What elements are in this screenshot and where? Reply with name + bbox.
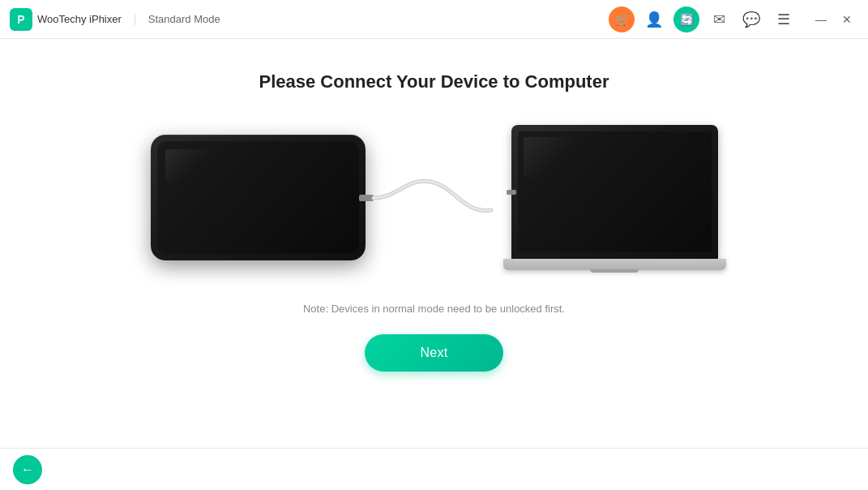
laptop-screen bbox=[511, 125, 718, 259]
next-button[interactable]: Next bbox=[365, 334, 502, 372]
cable-container bbox=[366, 165, 511, 230]
shop-button[interactable]: 🛒 bbox=[609, 6, 635, 32]
window-controls: — ✕ bbox=[810, 8, 858, 31]
minimize-button[interactable]: — bbox=[810, 8, 832, 31]
phone-device bbox=[151, 135, 366, 260]
laptop-base bbox=[503, 259, 726, 270]
mail-button[interactable]: ✉ bbox=[706, 6, 732, 32]
laptop-device bbox=[511, 125, 718, 270]
upgrade-button[interactable]: 🔄 bbox=[673, 6, 699, 32]
page-title: Please Connect Your Device to Computer bbox=[259, 71, 609, 92]
bottom-bar: ← bbox=[0, 448, 868, 490]
account-button[interactable]: 👤 bbox=[641, 6, 667, 32]
titlebar-actions: 🛒 👤 🔄 ✉ 💬 ☰ — ✕ bbox=[609, 6, 858, 32]
back-icon: ← bbox=[21, 462, 34, 477]
back-button[interactable]: ← bbox=[13, 455, 42, 484]
titlebar: P WooTechy iPhixer Standard Mode 🛒 👤 🔄 ✉… bbox=[0, 0, 868, 39]
laptop-connector bbox=[507, 190, 516, 195]
logo-icon: P bbox=[10, 8, 32, 31]
menu-button[interactable]: ☰ bbox=[771, 6, 797, 32]
main-content: Please Connect Your Device to Computer N… bbox=[0, 39, 868, 448]
note-text: Note: Devices in normal mode need to be … bbox=[303, 303, 565, 315]
device-illustration bbox=[151, 125, 718, 270]
usb-cable-icon bbox=[366, 165, 511, 230]
app-name: WooTechy iPhixer bbox=[37, 13, 122, 25]
app-logo: P WooTechy iPhixer bbox=[10, 8, 122, 31]
chat-button[interactable]: 💬 bbox=[738, 6, 764, 32]
close-button[interactable]: ✕ bbox=[836, 8, 858, 31]
mode-label: Standard Mode bbox=[135, 13, 220, 25]
